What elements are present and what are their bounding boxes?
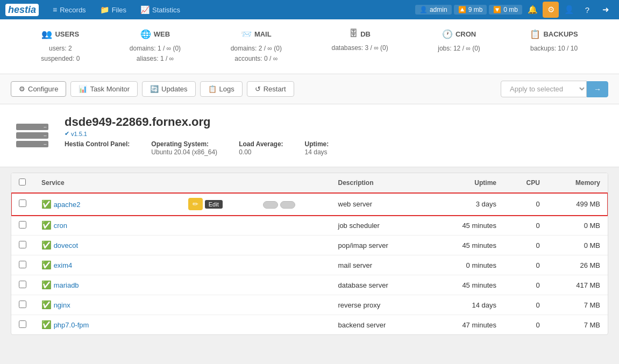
stat-title-backups: 📋 BACKUPS [530,29,578,39]
cpu-cell: 0 [504,315,547,335]
memory-cell: 7 MB [547,295,608,315]
uptime-cell: 45 minutes [429,235,504,255]
stat-group-web: 🌐 WEB domains: 1 / ∞ (0)aliases: 1 / ∞ [130,29,181,64]
edit-tooltip: Edit [205,200,223,209]
task-monitor-button[interactable]: 📊 Task Monitor [70,81,138,97]
restart-button[interactable]: ↺ Restart [247,81,294,97]
download-icon: 🔽 [493,6,501,13]
configure-button[interactable]: ⚙ Configure [11,81,66,97]
services-table: Service Description Uptime CPU Memory ✅ … [11,173,608,334]
toggle-cell [255,255,330,275]
panel-meta: Hestia Control Panel: [65,140,130,156]
memory-cell: 7 MB [547,315,608,335]
apply-select-wrap: Apply to selected → [501,81,608,97]
row-checkbox[interactable] [11,295,34,315]
stat-icon-web: 🌐 [140,29,151,39]
row-checkbox[interactable] [11,216,34,235]
upload-badge[interactable]: 🔼 9 mb [454,5,487,15]
task-monitor-icon: 📊 [79,85,87,93]
uptime-cell: 47 minutes [429,315,504,335]
toggle-off[interactable] [263,201,278,209]
row-checkbox[interactable] [11,315,34,335]
service-name-link[interactable]: exim4 [54,261,73,269]
updates-button[interactable]: 🔄 Updates [142,81,195,97]
service-name-link[interactable]: dovecot [54,241,79,249]
stat-icon-db: 🗄 [349,29,358,39]
description-cell: backend server [331,315,430,335]
nav-files[interactable]: 📁 Files [95,0,132,19]
memory-cell: 0 MB [547,235,608,255]
status-ok-icon: ✅ [41,220,52,230]
status-ok-icon: ✅ [41,320,52,329]
toggle-off-2[interactable] [280,201,295,209]
cpu-cell: 0 [504,193,547,216]
help-button[interactable]: ? [579,2,595,18]
stat-group-db: 🗄 DB databases: 3 / ∞ (0) [331,29,388,64]
updates-icon: 🔄 [150,85,159,93]
service-cell: ✅ nginx [34,295,181,315]
service-cell: ✅ exim4 [34,255,181,275]
download-badge[interactable]: 🔽 0 mb [489,5,522,15]
logo[interactable]: hestia [5,4,39,16]
service-name-link[interactable]: cron [54,222,67,230]
user-button[interactable]: 👤 [561,2,577,18]
stat-val-users: users: 2suspended: 0 [41,44,80,64]
service-name-link[interactable]: mariadb [54,281,79,289]
status-ok-icon: ✅ [41,280,52,289]
memory-cell: 499 MB [547,193,608,216]
load-meta: Load Average: 0.00 [239,140,283,156]
row-checkbox[interactable] [11,235,34,255]
stat-title-web: 🌐 WEB [130,29,181,39]
hestia-icon: ✔ [65,130,69,137]
table-header-row: Service Description Uptime CPU Memory [11,173,608,193]
uptime-meta: Uptime: 14 days [305,140,329,156]
stat-val-backups: backups: 10 / 10 [530,44,578,54]
restart-icon: ↺ [255,85,261,93]
edit-button[interactable]: ✏ [188,198,203,210]
configure-icon: ⚙ [19,85,25,93]
description-cell: reverse proxy [331,295,430,315]
service-name-link[interactable]: apache2 [54,201,81,209]
cpu-cell: 0 [504,255,547,275]
uptime-cell: 14 days [429,295,504,315]
apply-button[interactable]: → [587,81,608,97]
os-meta: Operating System: Ubuntu 20.04 (x86_64) [151,140,217,156]
stat-icon-cron: 🕐 [442,29,453,39]
nav-statistics[interactable]: 📈 Statistics [135,0,186,19]
uptime-cell: 0 minutes [429,255,504,275]
gear-button[interactable]: ⚙ [543,2,559,18]
nav-records[interactable]: ≡ Records [47,0,91,19]
bell-button[interactable]: 🔔 [524,2,540,18]
stat-val-cron: jobs: 12 / ∞ (0) [438,44,480,54]
description-cell: mail server [331,255,430,275]
statistics-icon: 📈 [140,5,150,14]
toggle-cell [255,275,330,295]
header-description: Description [331,173,430,193]
admin-badge[interactable]: 👤 admin [415,5,452,15]
header-checkbox[interactable] [11,173,34,193]
stat-val-db: databases: 3 / ∞ (0) [331,43,388,53]
status-ok-icon: ✅ [41,300,52,309]
row-checkbox[interactable] [11,275,34,295]
logs-button[interactable]: 📋 Logs [200,81,243,97]
table-row: ✅ mariadb database server 45 minutes 0 4… [11,275,608,295]
header-service: Service [34,173,181,193]
stat-icon-users: 👥 [41,29,52,39]
table-row: ✅ dovecot pop/imap server 45 minutes 0 0… [11,235,608,255]
server-hostname: dsde949-22869.fornex.org [65,115,329,129]
service-cell: ✅ dovecot [34,235,181,255]
action-bar: ⚙ Configure 📊 Task Monitor 🔄 Updates 📋 L… [0,74,619,104]
stat-val-web: domains: 1 / ∞ (0)aliases: 1 / ∞ [130,44,181,64]
apply-select[interactable]: Apply to selected [501,81,587,97]
stat-icon-mail: 📨 [241,29,252,39]
toggle-cell [255,315,330,335]
service-name-link[interactable]: php7.0-fpm [54,321,89,329]
logout-button[interactable]: ➜ [597,2,614,18]
row-checkbox[interactable] [11,193,34,216]
edit-cell: ✏Edit [181,193,255,216]
stat-icon-backups: 📋 [530,29,540,39]
service-name-link[interactable]: nginx [54,301,70,309]
server-info: dsde949-22869.fornex.org ✔ v1.5.1 Hestia… [0,104,619,167]
row-checkbox[interactable] [11,255,34,275]
server-bar-1 [16,124,48,130]
